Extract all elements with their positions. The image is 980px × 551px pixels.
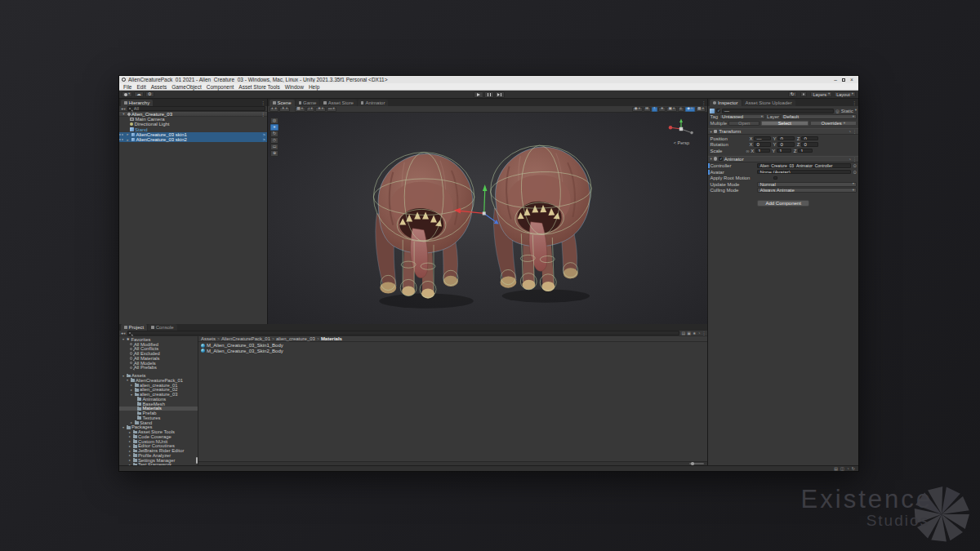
static-caret-icon[interactable]: ▾ xyxy=(855,109,857,113)
preset-icon[interactable]: ◔ xyxy=(849,157,851,162)
prefab-overrides-dropdown[interactable]: Overrides▾ xyxy=(810,121,857,127)
scene-audio-toggle[interactable]: ∗ xyxy=(658,107,666,112)
tab-hierarchy[interactable]: Hierarchy xyxy=(121,100,153,106)
breadcrumb-pack[interactable]: AlienCreaturePack_01 xyxy=(221,336,270,341)
grid-dropdown[interactable]: ▦▾ xyxy=(295,107,305,112)
animator-enabled-checkbox[interactable]: ✓ xyxy=(719,157,723,161)
menu-component[interactable]: Component xyxy=(207,84,234,90)
orientation-gizmo[interactable]: < Persp xyxy=(665,118,697,145)
expand-icon[interactable]: ▸ xyxy=(128,439,131,443)
layout-dropdown[interactable]: Layout ▾ xyxy=(834,91,856,97)
status-activity-icon[interactable]: ▤ xyxy=(834,466,838,471)
hidden-objects-toggle[interactable]: ≡ xyxy=(678,107,684,112)
lighting-dropdown[interactable]: ☀▾ xyxy=(279,107,290,112)
tag-dropdown[interactable]: Untagged▾ xyxy=(719,114,765,119)
thumbnail-zoom-slider[interactable] xyxy=(689,463,704,464)
rotation-x-field[interactable]: 0 xyxy=(754,142,771,147)
animator-header[interactable]: ▾ ✓ Animator ◔⋮ xyxy=(708,156,858,162)
avatar-field[interactable]: None (Avatar) xyxy=(757,170,851,175)
undo-history-button[interactable]: ↻ xyxy=(788,91,797,97)
menu-assets[interactable]: Assets xyxy=(151,84,167,90)
preset-icon[interactable]: ◔ xyxy=(849,129,851,134)
menu-window[interactable]: Window xyxy=(285,84,304,90)
tab-asset-store-uploader[interactable]: Asset Store Uploader xyxy=(742,100,795,106)
expand-icon[interactable]: ▸ xyxy=(128,458,131,462)
menu-help[interactable]: Help xyxy=(309,84,319,90)
zoom-slider-thumb[interactable] xyxy=(691,462,693,464)
scale-y-field[interactable]: 1 xyxy=(777,149,791,153)
project-search-input[interactable] xyxy=(127,331,680,335)
project-options-button[interactable]: ⋮ xyxy=(702,331,706,335)
root-motion-checkbox[interactable] xyxy=(773,176,777,180)
constrain-proportions-icon[interactable]: ∞ xyxy=(746,149,749,153)
scene-options-icon[interactable]: ⋮ xyxy=(261,112,267,117)
play-button[interactable] xyxy=(474,91,483,98)
services-gear-button[interactable]: ⚙ xyxy=(145,91,154,97)
rotation-y-field[interactable]: 0 xyxy=(777,142,795,147)
transform-tool-button[interactable]: ⊕ xyxy=(270,150,278,157)
hierarchy-search-input[interactable] xyxy=(127,106,265,111)
filter-by-label-button[interactable]: ▣ xyxy=(687,331,691,335)
minimize-button[interactable]: – xyxy=(831,77,840,83)
expand-icon[interactable]: ▸ xyxy=(126,132,130,136)
cloud-button[interactable]: ☁ xyxy=(134,91,144,97)
expand-icon[interactable]: ▾ xyxy=(122,374,125,378)
object-picker-icon[interactable]: ⊙ xyxy=(853,163,857,168)
expand-icon[interactable]: ▾ xyxy=(126,378,129,382)
hierarchy-create-button[interactable]: +▾ xyxy=(121,106,126,112)
breadcrumb-creature[interactable]: alien_creature_03 xyxy=(276,336,315,341)
tab-game[interactable]: Game xyxy=(296,100,320,106)
global-search-button[interactable] xyxy=(800,91,808,97)
camera-preview-dropdown[interactable]: ◉▾ xyxy=(632,107,642,112)
expand-icon[interactable]: ▸ xyxy=(128,453,131,457)
controller-field[interactable]: Alien_Creature_03_Animator_Controller xyxy=(757,163,851,168)
hierarchy-panel-menu-icon[interactable]: ⋮ xyxy=(261,100,266,105)
inspector-panel-menu-icon[interactable]: ⋮ xyxy=(853,100,858,105)
object-name-field[interactable]: — xyxy=(722,109,834,113)
close-button[interactable]: × xyxy=(848,77,856,83)
expand-icon[interactable]: ▸ xyxy=(130,388,133,392)
status-refresh-icon[interactable]: ↻ xyxy=(852,466,855,471)
menu-edit[interactable]: Edit xyxy=(136,84,145,90)
layers-dropdown[interactable]: Layers ▾ xyxy=(810,91,832,97)
rect-tool-button[interactable]: ▭ xyxy=(270,144,278,150)
pause-button[interactable] xyxy=(484,91,494,98)
account-button[interactable]: ▾ xyxy=(122,91,132,97)
hierarchy-item-skin2[interactable]: ▸ AlienCreature_03 skin2 > xyxy=(119,137,267,142)
scene-expand-icon[interactable]: ▾ xyxy=(122,112,126,116)
rotate-tool-button[interactable]: ↻ xyxy=(270,131,278,137)
tab-scene[interactable]: Scene xyxy=(270,100,295,106)
menu-gameobject[interactable]: GameObject xyxy=(172,84,202,90)
component-menu-icon[interactable]: ⋮ xyxy=(853,129,857,134)
view-tool-button[interactable]: ◎ xyxy=(270,118,278,124)
active-checkbox[interactable]: ✓ xyxy=(716,109,720,113)
foldout-icon[interactable]: ▾ xyxy=(710,130,711,134)
expand-icon[interactable]: ▸ xyxy=(128,434,131,438)
update-mode-dropdown[interactable]: Normal▾ xyxy=(757,182,857,187)
transform-header[interactable]: ▾ Transform ◔⋮ xyxy=(708,128,858,135)
scene-panel-menu-icon[interactable]: ⋮ xyxy=(702,100,706,105)
2d-toggle[interactable]: ⊞ xyxy=(644,107,651,112)
filter-by-type-button[interactable]: ▤ xyxy=(681,331,685,335)
breadcrumb-materials[interactable]: Materials xyxy=(321,336,342,341)
culling-mode-dropdown[interactable]: Always Animate▾ xyxy=(757,188,857,193)
stats-dropdown[interactable]: ▣▾ xyxy=(666,107,677,112)
tab-asset-store[interactable]: Asset Store xyxy=(320,100,357,106)
expand-icon[interactable]: ▾ xyxy=(122,425,125,429)
gizmos-dropdown[interactable]: ▦▾ xyxy=(696,107,706,112)
position-y-field[interactable]: 0 xyxy=(777,136,795,141)
layer-dropdown[interactable]: Default▾ xyxy=(781,114,857,119)
tab-project[interactable]: Project xyxy=(121,324,147,331)
step-button[interactable] xyxy=(495,91,505,98)
shading-mode-dropdown[interactable]: ◐▾ xyxy=(270,107,278,112)
expand-icon[interactable]: ▸ xyxy=(130,420,133,424)
menu-asset-store-tools[interactable]: Asset Store Tools xyxy=(238,84,279,90)
component-menu-icon[interactable]: ⋮ xyxy=(853,157,857,162)
open-prefab-arrow-icon[interactable]: > xyxy=(263,132,265,137)
status-console-icon[interactable]: ◫ xyxy=(840,466,844,471)
audio-toggle[interactable]: ♪▾ xyxy=(306,107,315,112)
expand-icon[interactable]: ▸ xyxy=(126,138,130,142)
title-bar[interactable]: AlienCreaturePack_01 2021 - Alien_Creatu… xyxy=(119,76,858,83)
tab-animator[interactable]: Animator xyxy=(358,100,389,106)
position-z-field[interactable]: 0 xyxy=(801,136,818,141)
